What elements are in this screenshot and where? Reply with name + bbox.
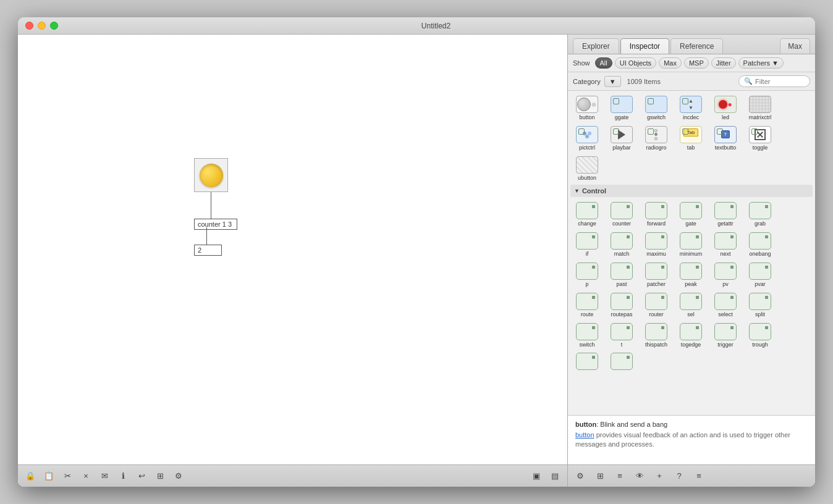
counter-object[interactable]: counter 1 3 [194,219,237,230]
ctrl-next[interactable]: next [709,230,742,259]
canvas-area[interactable]: counter 1 3 2 🔒 📋 ✂ × ✉ ℹ ↩ ⊞ ⚙ [18,35,568,487]
category-dropdown[interactable]: ▼ [604,76,621,87]
tab-explorer[interactable]: Explorer [573,38,619,54]
minimize-button[interactable] [38,22,46,30]
info-button[interactable]: ℹ [116,469,130,484]
panel-grid-btn[interactable]: ⊞ [593,469,607,484]
ctrl-onebang[interactable]: onebang [743,230,777,259]
search-input[interactable] [755,78,805,85]
desc-link[interactable]: button [575,431,594,439]
obj-pictctrl[interactable]: pictctrl [570,124,604,153]
number-object[interactable]: 2 [194,245,222,256]
search-box[interactable]: 🔍 [738,75,810,87]
button-object[interactable] [194,158,228,192]
panel-menu-btn[interactable]: ≡ [691,469,706,484]
ctrl-p[interactable]: p [570,260,604,289]
ctrl-grab[interactable]: grab [743,200,777,229]
ctrl-patcher[interactable]: patcher [640,260,673,289]
ctrl-match-label: match [614,251,630,258]
canvas-inner[interactable]: counter 1 3 2 [18,35,567,464]
ctrl-pvar[interactable]: pvar [743,260,777,289]
view-button-1[interactable]: ▣ [529,469,544,484]
ctrl-match[interactable]: match [605,230,638,259]
ctrl-switch[interactable]: switch [570,321,604,350]
close-button[interactable] [25,22,33,30]
ctrl-peak[interactable]: peak [674,260,708,289]
settings-button[interactable]: ⚙ [171,469,186,484]
ctrl-trigger[interactable]: trigger [709,321,742,350]
delete-button[interactable]: × [78,469,93,484]
message-button[interactable]: ✉ [97,469,112,484]
ctrl-pv[interactable]: pv [709,260,742,289]
panel-help-btn[interactable]: ? [672,469,687,484]
ctrl-trough[interactable]: trough [743,321,777,350]
ctrl-minimum[interactable]: minimum [674,230,708,259]
obj-ubutton[interactable]: ubutton [570,154,604,183]
ctrl-extra2[interactable] [605,350,638,372]
obj-textbutto[interactable]: T textbutto [709,124,742,153]
lock-button[interactable]: 🔒 [23,469,38,484]
ctrl-t[interactable]: t [605,321,638,350]
obj-button[interactable]: button [570,93,604,122]
ctrl-forward-icon [645,202,667,219]
ctrl-split[interactable]: split [743,290,777,319]
obj-led[interactable]: led [709,93,742,122]
view-button-2[interactable]: ▤ [548,469,562,484]
obj-incdec[interactable]: ▲ ▼ incdec [674,93,708,122]
show-btn-max[interactable]: Max [659,57,682,69]
panel-eye-btn[interactable]: 👁 [632,469,647,484]
panel-list-btn[interactable]: ≡ [612,469,627,484]
ctrl-change[interactable]: change [570,200,604,229]
button-circle[interactable] [200,164,223,187]
copy-button[interactable]: 📋 [41,469,56,484]
ctrl-counter-label: counter [612,220,631,227]
desc-object-name: button [575,421,596,428]
obj-tab[interactable]: Tab tab [674,124,708,153]
panel-add-btn[interactable]: + [652,469,667,484]
show-btn-patchers[interactable]: Patchers ▼ [738,57,784,69]
show-btn-ui[interactable]: UI Objects [615,57,656,69]
section-control[interactable]: ▼ Control [570,185,813,197]
tab-inspector[interactable]: Inspector [620,38,669,54]
obj-playbar-icon [611,126,633,143]
ctrl-past[interactable]: past [605,260,638,289]
panel-settings-btn[interactable]: ⚙ [573,469,588,484]
obj-radiogro[interactable]: radiogro [640,124,673,153]
ctrl-gate[interactable]: gate [674,200,708,229]
ctrl-if-icon [576,232,598,250]
ctrl-getattr[interactable]: getattr [709,200,742,229]
tab-max[interactable]: Max [780,38,810,54]
ctrl-maximu[interactable]: maximu [640,230,673,259]
ctrl-if[interactable]: if [570,230,604,259]
obj-toggle[interactable]: toggle [743,124,777,153]
obj-matrixctrl[interactable]: matrixctrl [743,93,777,122]
undo-button[interactable]: ↩ [134,469,149,484]
show-btn-jitter[interactable]: Jitter [711,57,736,69]
ctrl-sel[interactable]: sel [674,290,708,319]
show-btn-all[interactable]: All [595,57,612,69]
ctrl-router[interactable]: router [640,290,673,319]
objects-grid[interactable]: button ggate gswitch ▲ ▼ [568,91,815,415]
ctrl-togedge[interactable]: togedge [674,321,708,350]
show-btn-msp[interactable]: MSP [684,57,709,69]
ctrl-p-icon [576,262,598,280]
ctrl-select[interactable]: select [709,290,742,319]
grid-button[interactable]: ⊞ [153,469,167,484]
obj-tab-label: tab [687,145,695,151]
ctrl-extra2-icon [611,353,633,370]
tab-reference[interactable]: Reference [670,38,723,54]
obj-ggate[interactable]: ggate [605,93,638,122]
obj-playbar[interactable]: playbar [605,124,638,153]
ctrl-forward[interactable]: forward [640,200,673,229]
maximize-button[interactable] [50,22,58,30]
obj-ggate-label: ggate [615,114,629,121]
ctrl-routepas[interactable]: routepas [605,290,638,319]
ctrl-extra1[interactable] [570,350,604,372]
cut-button[interactable]: ✂ [60,469,75,484]
obj-gswitch[interactable]: gswitch [640,93,673,122]
ctrl-thispatch[interactable]: thispatch [640,321,673,350]
ctrl-peak-label: peak [685,281,697,288]
obj-gswitch-label: gswitch [647,114,666,121]
ctrl-route[interactable]: route [570,290,604,319]
ctrl-counter[interactable]: counter [605,200,638,229]
